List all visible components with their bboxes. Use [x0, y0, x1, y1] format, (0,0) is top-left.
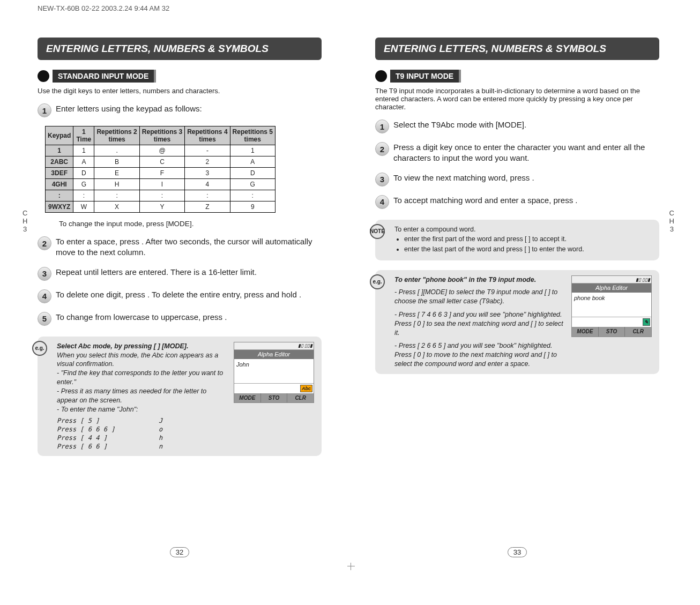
compound-b1: enter the first part of the word and pre… — [404, 235, 652, 244]
table-row: 9WXYZWXYZ9 — [46, 201, 275, 213]
page-left: C H 3 ENTERING LETTERS, NUMBERS & SYMBOL… — [38, 38, 322, 557]
softkey-clr[interactable]: CLR — [287, 393, 314, 403]
keypad-table: Keypad 1 Time Repetitions 2 times Repeti… — [45, 126, 275, 213]
chapter-tab-c: C — [23, 209, 27, 217]
step-5-num: 5 — [38, 312, 51, 326]
compound-b2: enter the last part of the word and pres… — [404, 245, 652, 254]
table-row: 3DEFDEF3D — [46, 168, 275, 179]
eg2-title: To enter "phone book" in the T9 input mo… — [394, 275, 566, 285]
bullet-icon — [375, 70, 387, 82]
step-5-text: To change from lowercase to uppercase, p… — [56, 312, 322, 323]
eg2-p2: - Press [ 7 4 6 6 3 ] and you will see "… — [394, 310, 566, 338]
phone-status-bar: ▮▯ ▯▯▮ — [234, 342, 314, 350]
phone-status-bar: ▮▯ ▯▯▮ — [572, 276, 651, 283]
table-row: 2ABCABC2A — [46, 156, 275, 168]
battery-icon: ▯▯▮ — [642, 277, 650, 283]
doc-header: NEW-TX-60B 02-22 2003.2.24 9:44 AM 32 — [38, 4, 169, 12]
eg-tag: e.g. — [370, 274, 385, 289]
page-spread: C H 3 ENTERING LETTERS, NUMBERS & SYMBOL… — [38, 38, 659, 557]
step-4-text: To delete one digit, press . To delete t… — [56, 289, 322, 300]
signal-icon: ▮▯ — [298, 342, 303, 349]
chapter-tab-h: H — [23, 217, 27, 225]
eg-title: Select Abc mode, by pressing [ ] [MODE]. — [57, 342, 228, 351]
t9-step-3-num: 3 — [375, 173, 389, 186]
th-rep4: Repetitions 4 times — [185, 126, 230, 145]
compound-title: To enter a compound word. — [394, 225, 652, 234]
chapter-tab-h: H — [669, 217, 674, 225]
t9-indicator-icon: ✎ — [643, 318, 650, 326]
t9-step-1-text: Select the T9Abc mode with [MODE]. — [393, 119, 659, 130]
eg-l1: When you select this mode, the Abc icon … — [57, 351, 228, 369]
th-rep5: Repetitions 5 times — [230, 126, 275, 145]
step-1-text: Enter letters using the keypad as follow… — [56, 103, 322, 114]
step-1-num: 1 — [38, 103, 51, 117]
t9-step-4-text: To accept matching word and enter a spac… — [393, 195, 659, 206]
table-row: 4GHIGHI4G — [46, 179, 275, 190]
compound-note-block: NOTE To enter a compound word. enter the… — [375, 220, 659, 261]
step-2-num: 2 — [38, 236, 51, 250]
softkey-sto[interactable]: STO — [261, 393, 288, 403]
th-1time: 1 Time — [73, 126, 94, 145]
note-tag: NOTE — [370, 224, 385, 239]
th-rep3: Repetitions 3 times — [139, 126, 184, 145]
t9-step-4-num: 4 — [375, 195, 389, 209]
table-row: :::::: — [46, 190, 275, 201]
step-2-text: To enter a space, press . After two seco… — [56, 236, 322, 258]
eg-l3: - Press it as many times as needed for t… — [57, 387, 228, 405]
t9-step-2-num: 2 — [375, 142, 389, 156]
eg2-p3: - Press [ 2 6 6 5 ] and you will see "bo… — [394, 341, 566, 369]
phone-body: phone book — [572, 293, 651, 317]
page-number-right: 33 — [508, 547, 527, 557]
standard-intro: Use the digit keys to enter letters, num… — [38, 87, 322, 95]
phone-mode-indicator: Abc — [234, 384, 314, 393]
table-row: 11.@-1 — [46, 145, 275, 156]
t9-step-2-text: Press a digit key once to enter the char… — [393, 142, 659, 164]
chapter-tab-left: C H 3 — [23, 209, 27, 233]
t9-step-3-text: To view the next matching word, press . — [393, 173, 659, 183]
banner-right: ENTERING LETTERS, NUMBERS & SYMBOLS — [375, 38, 659, 60]
eg-tag: e.g. — [32, 341, 47, 356]
phone-body: John — [234, 359, 314, 384]
softkey-sto[interactable]: STO — [599, 327, 625, 337]
phone-softkeys: MODE STO CLR — [572, 327, 651, 337]
softkey-mode[interactable]: MODE — [234, 393, 261, 403]
eg-l2: - "Find the key that corresponds to the … — [57, 369, 228, 387]
softkey-mode[interactable]: MODE — [572, 327, 599, 337]
bullet-icon — [38, 70, 49, 82]
th-rep2: Repetitions 2 times — [94, 126, 139, 145]
t9-step-1-num: 1 — [375, 119, 389, 133]
battery-icon: ▯▯▮ — [304, 342, 312, 349]
step-4-num: 4 — [38, 289, 51, 303]
phone-screen-right: ▮▯ ▯▯▮ Alpha Editor phone book ✎ MODE ST… — [571, 275, 652, 337]
mode-title-standard: STANDARD INPUT MODE — [53, 70, 156, 83]
page-number-left: 32 — [170, 547, 189, 557]
chapter-tab-c: C — [669, 209, 674, 217]
mode-title-t9: T9 INPUT MODE — [390, 70, 461, 83]
th-keypad: Keypad — [46, 126, 73, 145]
phone-screen-left: ▮▯ ▯▯▮ Alpha Editor John Abc MODE STO CL… — [234, 342, 314, 403]
change-mode-note: To change the input mode, press [MODE]. — [59, 219, 322, 229]
chapter-tab-num: 3 — [670, 225, 674, 233]
chapter-tab-right: C H 3 — [669, 209, 674, 233]
t9-intro: The T9 input mode incorporates a built-i… — [375, 87, 659, 111]
crop-mark-icon — [347, 563, 355, 570]
example-block-right: e.g. To enter "phone book" in the T9 inp… — [375, 270, 659, 374]
phone-title: Alpha Editor — [234, 350, 314, 359]
step-3-num: 3 — [38, 267, 51, 281]
banner-left: ENTERING LETTERS, NUMBERS & SYMBOLS — [38, 38, 322, 60]
eg-l4: - To enter the name "John": — [57, 405, 228, 414]
signal-icon: ▮▯ — [636, 277, 641, 283]
step-3-text: Repeat until letters are entered. There … — [56, 267, 322, 278]
eg2-p1: - Press [ ][MODE] to select the T9 input… — [394, 288, 566, 306]
chapter-tab-num: 3 — [23, 225, 27, 233]
phone-mode-indicator: ✎ — [572, 317, 651, 327]
softkey-clr[interactable]: CLR — [625, 327, 651, 337]
phone-softkeys: MODE STO CLR — [234, 393, 314, 403]
eg-keymap: Press [ 5 ]J Press [ 6 6 6 ]o Press [ 4 … — [57, 416, 228, 451]
example-block-left: e.g. Select Abc mode, by pressing [ ] [M… — [38, 337, 322, 457]
page-right: C H 3 ENTERING LETTERS, NUMBERS & SYMBOL… — [375, 38, 659, 557]
phone-title: Alpha Editor — [572, 283, 651, 293]
